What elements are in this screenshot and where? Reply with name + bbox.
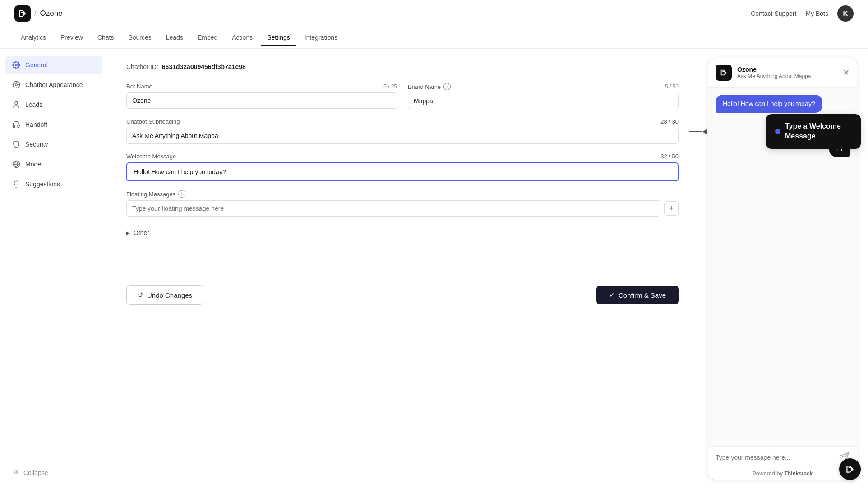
confirm-save-button[interactable]: ✓ Confirm & Save (596, 286, 679, 304)
sidebar-items: General Chatbot Appearance Leads (5, 56, 102, 193)
chat-message-input[interactable] (716, 454, 837, 461)
powered-by-text: Powered by (753, 471, 785, 477)
subheading-label: Chatbot Subheading (126, 118, 180, 125)
welcome-msg-field: Welcome Message 32 / 50 (126, 153, 679, 181)
collapse-label: Collapse (23, 469, 48, 476)
floating-add-button[interactable]: + (664, 201, 679, 216)
bot-name-label-row: Bot Name 5 / 25 (126, 83, 397, 90)
app-logo (14, 5, 31, 22)
other-label: Other (134, 229, 149, 236)
bot-name-field: Bot Name 5 / 25 (126, 83, 397, 109)
name-row: Bot Name 5 / 25 Brand Name i 5 / 50 (126, 83, 679, 109)
other-chevron-icon: ▶ (126, 231, 130, 235)
tab-actions[interactable]: Actions (226, 30, 259, 46)
tab-embed[interactable]: Embed (191, 30, 224, 46)
chatbot-id-value: 6631d32a009456df3b7a1c98 (162, 63, 246, 70)
collapse-icon (12, 468, 20, 477)
other-toggle[interactable]: ▶ Other (126, 226, 679, 240)
gear-icon (12, 60, 21, 69)
tab-leads[interactable]: Leads (160, 30, 189, 46)
nav-tabs: Analytics Preview Chats Sources Leads Em… (0, 27, 868, 49)
my-bots-link[interactable]: My Bots (805, 10, 828, 17)
sidebar-item-model[interactable]: Model (5, 155, 102, 173)
topbar-right: Contact Support My Bots K (751, 5, 854, 22)
chatbot-id-row: Chatbot ID: 6631d32a009456df3b7a1c98 (126, 63, 679, 70)
brand-name-info-icon[interactable]: i (443, 83, 451, 90)
welcome-msg-label-row: Welcome Message 32 / 50 (126, 153, 679, 160)
app-name: Ozone (40, 9, 62, 18)
brand-name-label-row: Brand Name i 5 / 50 (408, 83, 679, 90)
bot-name-input[interactable] (126, 92, 397, 109)
chat-input-row (708, 446, 857, 468)
horizontal-arrow (689, 129, 707, 134)
user-icon (12, 100, 21, 109)
brand-name-input[interactable] (408, 93, 679, 109)
powered-by-brand: Thinkstack (784, 471, 813, 477)
sidebar-item-label-model: Model (25, 161, 42, 168)
sidebar-item-label-handoff: Handoff (25, 121, 47, 128)
chat-close-icon[interactable]: ✕ (843, 68, 850, 78)
floating-info-icon[interactable]: i (178, 190, 185, 198)
undo-changes-button[interactable]: ↺ Undo Changes (126, 285, 203, 305)
chat-preview-panel: Ozone Ask Me Anything About Mappa ✕ Hell… (697, 49, 868, 489)
tab-sources[interactable]: Sources (122, 30, 157, 46)
undo-label: Undo Changes (147, 291, 192, 299)
tab-chats[interactable]: Chats (91, 30, 120, 46)
powered-by: Powered by Thinkstack (708, 468, 857, 480)
topbar-left: / Ozone (14, 5, 63, 22)
welcome-msg-wrapper (126, 162, 679, 181)
sidebar-item-suggestions[interactable]: Suggestions (5, 175, 102, 193)
tab-preview[interactable]: Preview (54, 30, 89, 46)
floating-msg-label-row: Floating Messages i (126, 190, 679, 198)
subheading-input[interactable] (126, 128, 679, 144)
main-layout: General Chatbot Appearance Leads (0, 49, 868, 489)
check-icon: ✓ (609, 291, 615, 299)
brand-name-field: Brand Name i 5 / 50 (408, 83, 679, 109)
tab-integrations[interactable]: Integrations (298, 30, 344, 46)
headset-icon (12, 120, 21, 129)
sidebar-item-label-suggestions: Suggestions (25, 180, 60, 188)
tab-analytics[interactable]: Analytics (14, 30, 52, 46)
svg-point-0 (15, 64, 18, 66)
floating-msg-label: Floating Messages (126, 191, 175, 198)
sidebar-item-general[interactable]: General (5, 56, 102, 74)
subheading-label-row: Chatbot Subheading 28 / 30 (126, 118, 679, 125)
sidebar-item-label-general: General (25, 61, 48, 69)
sidebar-item-label-chatbot-appearance: Chatbot Appearance (25, 81, 83, 88)
chat-header-info: Ozone Ask Me Anything About Mappa (737, 66, 811, 79)
svg-point-7 (15, 101, 18, 104)
sidebar-item-chatbot-appearance[interactable]: Chatbot Appearance (5, 76, 102, 94)
chat-bot-name: Ozone (737, 66, 811, 73)
avatar[interactable]: K (837, 5, 854, 22)
topbar: / Ozone Contact Support My Bots K (0, 0, 868, 27)
float-chat-button[interactable] (839, 458, 861, 480)
floating-msg-section: Floating Messages i + (126, 190, 679, 217)
sidebar-item-security[interactable]: Security (5, 135, 102, 153)
breadcrumb-separator: / (34, 9, 36, 18)
tooltip-text: Type a Welcome Message (785, 121, 852, 142)
subheading-field: Chatbot Subheading 28 / 30 (126, 118, 679, 144)
sidebar-item-label-security: Security (25, 141, 48, 148)
bottom-bar: ↺ Undo Changes ✓ Confirm & Save (126, 276, 679, 305)
shield-icon (12, 140, 21, 149)
sidebar-collapse[interactable]: Collapse (5, 463, 102, 482)
welcome-msg-counter: 32 / 50 (660, 153, 679, 160)
tooltip-dot (775, 129, 780, 134)
settings-content: Chatbot ID: 6631d32a009456df3b7a1c98 Bot… (108, 49, 697, 489)
welcome-msg-label: Welcome Message (126, 153, 176, 160)
bot-name-label: Bot Name (126, 83, 152, 90)
tooltip-bubble: Type a Welcome Message (766, 114, 861, 149)
brand-name-label: Brand Name (408, 83, 441, 90)
tab-settings[interactable]: Settings (261, 30, 296, 46)
sidebar-item-leads[interactable]: Leads (5, 96, 102, 114)
palette-icon (12, 80, 21, 89)
welcome-msg-input[interactable] (128, 164, 677, 180)
globe-icon (12, 160, 21, 169)
chat-logo (716, 65, 732, 81)
brand-name-counter: 5 / 50 (665, 83, 679, 90)
floating-msg-input[interactable] (126, 200, 660, 217)
sidebar-item-label-leads: Leads (25, 101, 42, 108)
bot-name-counter: 5 / 25 (383, 83, 397, 90)
contact-support-link[interactable]: Contact Support (751, 10, 796, 17)
sidebar-item-handoff[interactable]: Handoff (5, 115, 102, 134)
